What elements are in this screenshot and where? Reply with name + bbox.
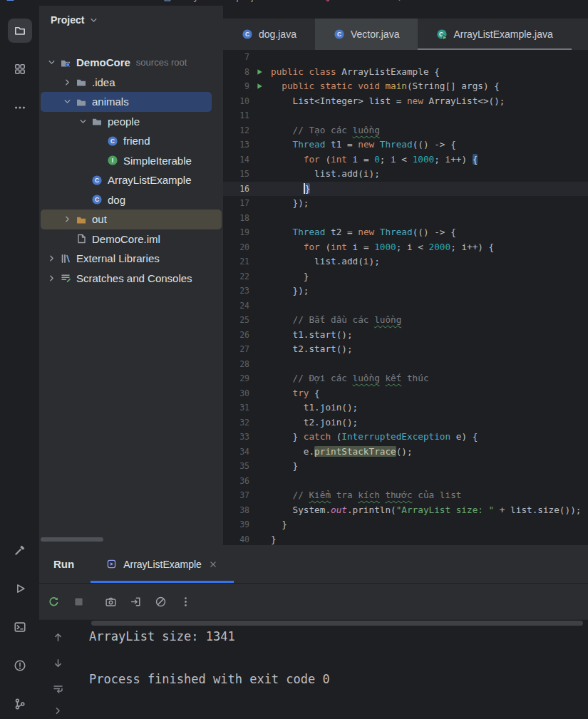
gutter-cell [249, 94, 271, 109]
line-number: 36 [223, 474, 249, 489]
tree-item-friend[interactable]: Cfriend [41, 131, 223, 151]
tree-item-external-libraries[interactable]: External Libraries [41, 249, 223, 269]
class-icon: C [91, 194, 103, 205]
more-button[interactable] [8, 95, 32, 120]
build-button[interactable] [8, 538, 32, 562]
tree-item-people[interactable]: people [41, 112, 223, 132]
code-token: 1000 [374, 242, 396, 252]
console-area: ArrayList size: 1341Process finished wit… [39, 620, 588, 719]
gutter-cell [249, 240, 271, 255]
line-number: 28 [223, 357, 249, 372]
console-output[interactable]: ArrayList size: 1341Process finished wit… [89, 620, 588, 719]
run-button[interactable] [8, 576, 32, 601]
line-number: 29 [223, 371, 249, 386]
gutter-cell [249, 313, 271, 328]
gutter-cell [249, 196, 271, 211]
code-line: 40} [223, 532, 588, 546]
problems-button[interactable] [8, 653, 32, 678]
gutter-cell[interactable] [249, 79, 271, 94]
gutter-cell [249, 182, 271, 197]
scroll-down-icon[interactable] [52, 658, 65, 671]
line-number: 10 [223, 94, 249, 109]
code-token: thước [385, 490, 412, 500]
line-number: 11 [223, 108, 249, 123]
scroll-down-icon [52, 658, 64, 670]
run-gutter-icon[interactable] [255, 82, 264, 90]
code-token: ; i < [380, 154, 413, 165]
scroll-up-icon[interactable] [52, 631, 65, 643]
project-button[interactable] [8, 19, 32, 43]
class-run-icon: C [436, 29, 448, 40]
run-gutter-icon[interactable] [255, 68, 264, 76]
code-token: (); [396, 446, 413, 457]
tree-item-label: out [92, 213, 107, 225]
close-icon[interactable] [208, 559, 218, 569]
project-panel-header[interactable]: Project [39, 6, 223, 34]
code-editor[interactable]: 78public class ArrayListExample {9 publi… [223, 50, 588, 545]
titlebar-item[interactable]: Lambda [396, 0, 443, 4]
structure-button[interactable] [8, 57, 32, 81]
titlebar-item[interactable]: main [325, 0, 359, 4]
editor-tab-arraylistexample-java[interactable]: CArrayListExample.java [418, 19, 571, 50]
line-number: 23 [223, 284, 249, 299]
code-token: Thread [380, 139, 413, 150]
code-token: // Đợi các [271, 373, 353, 383]
tree-item--idea[interactable]: .idea [41, 73, 223, 93]
titlebar-label: main [339, 0, 359, 4]
class-icon: C [334, 29, 345, 40]
code-token: // Tạo các [271, 125, 353, 135]
camera-icon[interactable] [103, 594, 118, 609]
titlebar-item[interactable]: animals [94, 0, 126, 4]
stop-icon [73, 596, 85, 608]
console-scrollbar[interactable] [91, 621, 583, 626]
project-tool-window: Project DemoCoresources root.ideaanimals… [39, 6, 223, 545]
titlebar-item[interactable]: ArrayListExample.java [163, 0, 268, 4]
project-panel-title: Project [51, 14, 84, 26]
folder-icon [76, 96, 87, 108]
run-tab-arraylistexample[interactable]: ArrayListExample [91, 545, 234, 583]
gutter-cell[interactable] [249, 65, 271, 80]
gutter-cell [249, 225, 271, 240]
stop-icon[interactable] [71, 594, 86, 609]
project-horizontal-scrollbar[interactable] [41, 537, 103, 542]
tree-item-scratches-and-consoles[interactable]: Scratches and Consoles [41, 269, 223, 289]
code-line: 18 [223, 211, 588, 226]
soft-wrap-icon[interactable] [52, 683, 65, 695]
code-token: của list [413, 490, 462, 500]
svg-text:C: C [245, 31, 249, 38]
terminal-button[interactable] [8, 615, 32, 639]
code-token: Kiểm [309, 490, 331, 500]
code-token: list.add(i); [271, 256, 380, 267]
gutter-cell [249, 488, 271, 503]
gutter-cell [249, 299, 271, 314]
code-token [271, 388, 293, 398]
code-token: 1000 [413, 154, 435, 165]
more-options-icon[interactable] [178, 594, 192, 609]
gutter-cell [249, 503, 271, 518]
clear-all-icon[interactable] [153, 594, 167, 609]
code-line: 25 // Bắt đầu các luồng [223, 313, 588, 328]
tree-item-democore-iml[interactable]: DemoCore.iml [41, 229, 223, 249]
version-control-button[interactable] [8, 692, 32, 716]
tree-item-arraylistexample[interactable]: CArrayListExample [41, 170, 223, 190]
chevron-right-icon [46, 253, 57, 264]
code-token [374, 227, 380, 237]
tree-item-out[interactable]: out [41, 210, 222, 229]
tree-item-democore[interactable]: DemoCoresources root [41, 53, 223, 73]
code-token [271, 139, 293, 150]
editor-tab-dog-java[interactable]: Cdog.java [223, 19, 315, 50]
tree-item-simpleiterable[interactable]: ISimpleIterable [41, 151, 223, 171]
tree-item-dog[interactable]: Cdog [41, 190, 223, 210]
code-token: luồng [353, 373, 380, 383]
expand-icon[interactable] [52, 705, 65, 718]
titlebar-item[interactable]: DemoCore [6, 0, 66, 4]
ide-window: DemoCoreanimalsArrayListExample.javamain… [0, 0, 588, 719]
code-token: thúc [401, 373, 428, 383]
gutter-cell [249, 342, 271, 357]
editor-tab-vector-java[interactable]: CVector.java [315, 19, 418, 50]
gutter-cell [249, 357, 271, 372]
tree-item-animals[interactable]: animals [41, 92, 212, 112]
open-output-icon[interactable] [128, 594, 143, 609]
rerun-icon[interactable] [46, 594, 61, 609]
code-token: } [271, 271, 309, 281]
